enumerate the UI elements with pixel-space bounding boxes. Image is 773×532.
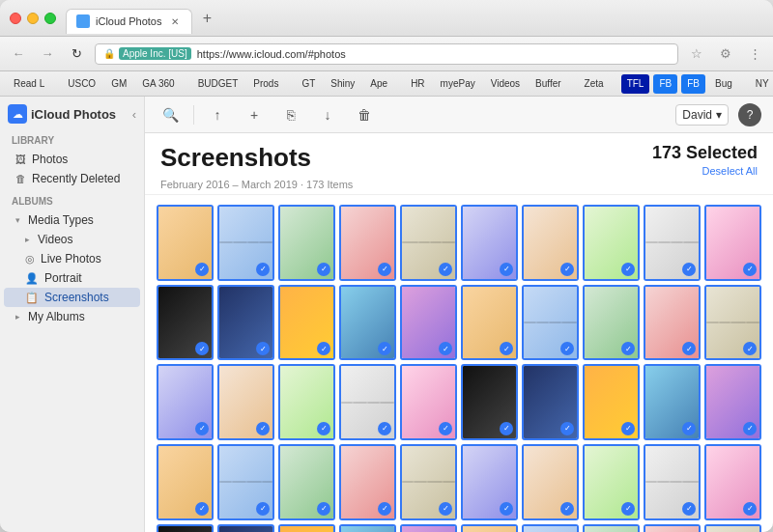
photo-thumb[interactable]: ✓ — [522, 444, 579, 520]
bookmark-videos[interactable]: Videos — [485, 74, 526, 94]
photo-thumb[interactable]: ✓ — [339, 524, 396, 532]
photo-thumb[interactable]: ✓ — [400, 364, 457, 440]
download-icon[interactable]: ↓ — [314, 101, 341, 128]
photo-thumb[interactable]: ✓ — [583, 205, 640, 281]
bookmark-bug[interactable]: Bug — [709, 74, 738, 94]
photo-thumb[interactable]: ✓ — [522, 285, 579, 361]
photo-thumb[interactable]: ✓ — [400, 205, 457, 281]
bookmark-gm[interactable]: GM — [105, 74, 132, 94]
forward-button[interactable]: → — [37, 43, 58, 65]
sidebar-item-media-types[interactable]: ▾ Media Types — [4, 210, 140, 230]
photo-thumb[interactable]: ✓ — [278, 205, 335, 281]
photo-thumb[interactable]: ✓ — [461, 364, 518, 440]
photo-thumb[interactable]: ✓ — [217, 205, 274, 281]
photo-thumb[interactable]: ✓ — [644, 444, 701, 520]
bookmark-budget[interactable]: BUDGET — [192, 74, 244, 94]
photo-thumb[interactable]: ✓ — [157, 444, 214, 520]
photo-thumb[interactable]: ✓ — [644, 205, 701, 281]
photo-thumb[interactable]: ✓ — [704, 524, 761, 532]
photo-thumb[interactable]: ✓ — [217, 285, 274, 361]
new-tab-button[interactable]: + — [196, 7, 219, 30]
photo-thumb[interactable]: ✓ — [583, 444, 640, 520]
photo-thumb[interactable]: ✓ — [461, 444, 518, 520]
minimize-button[interactable] — [27, 13, 39, 24]
maximize-button[interactable] — [44, 13, 56, 24]
photo-thumb[interactable]: ✓ — [400, 444, 457, 520]
bookmark-fb2[interactable]: FB — [681, 74, 705, 94]
copy-icon[interactable]: ⎘ — [277, 101, 304, 128]
photo-thumb[interactable]: ✓ — [522, 364, 579, 440]
photo-thumb[interactable]: ✓ — [157, 205, 214, 281]
photo-thumb[interactable]: ✓ — [157, 364, 214, 440]
bookmark-gt[interactable]: GT — [296, 74, 321, 94]
photo-thumb[interactable]: ✓ — [339, 205, 396, 281]
bookmark-fb[interactable]: FB — [653, 74, 677, 94]
bookmark-readl[interactable]: Read L — [8, 74, 50, 94]
photo-thumb[interactable]: ✓ — [522, 524, 579, 532]
sidebar-item-my-albums[interactable]: ▸ My Albums — [4, 307, 140, 326]
photo-thumb[interactable]: ✓ — [704, 364, 761, 440]
bookmark-tfl[interactable]: TFL — [621, 74, 650, 94]
photo-thumb[interactable]: ✓ — [644, 285, 701, 361]
photo-thumb[interactable]: ✓ — [400, 524, 457, 532]
add-icon[interactable]: + — [241, 101, 268, 128]
photo-thumb[interactable]: ✓ — [339, 285, 396, 361]
photo-thumb[interactable]: ✓ — [278, 444, 335, 520]
photo-thumb[interactable]: ✓ — [644, 524, 701, 532]
menu-icon[interactable]: ⋮ — [744, 43, 765, 65]
sidebar-toggle[interactable]: ‹ — [132, 107, 136, 122]
photo-thumb[interactable]: ✓ — [339, 444, 396, 520]
photo-thumb[interactable]: ✓ — [278, 285, 335, 361]
bookmark-usco[interactable]: USCO — [62, 74, 101, 94]
photo-thumb[interactable]: ✓ — [644, 364, 701, 440]
sidebar-item-recently-deleted[interactable]: 🗑 Recently Deleted — [4, 169, 140, 188]
upload-icon[interactable]: ↑ — [204, 101, 231, 128]
refresh-button[interactable]: ↻ — [66, 43, 87, 65]
delete-icon[interactable]: 🗑 — [351, 101, 378, 128]
photo-thumb[interactable]: ✓ — [278, 524, 335, 532]
extensions-icon[interactable]: ⚙ — [715, 43, 736, 65]
bookmark-buffer[interactable]: Buffer — [530, 74, 567, 94]
photo-thumb[interactable]: ✓ — [157, 285, 214, 361]
photo-thumb[interactable]: ✓ — [400, 285, 457, 361]
sidebar-item-screenshots[interactable]: 📋 Screenshots — [4, 288, 140, 307]
bookmark-zeta[interactable]: Zeta — [579, 74, 610, 94]
photo-thumb[interactable]: ✓ — [339, 364, 396, 440]
address-bar[interactable]: 🔒 Apple Inc. [US] https://www.icloud.com… — [95, 43, 678, 65]
user-menu-button[interactable]: David ▾ — [675, 104, 729, 126]
sidebar-item-portrait[interactable]: 👤 Portrait — [4, 268, 140, 288]
bookmark-shiny[interactable]: Shiny — [325, 74, 360, 94]
deselect-all-button[interactable]: Deselect All — [702, 165, 758, 177]
bookmark-ny[interactable]: NY — [750, 74, 773, 94]
bookmark-myepay[interactable]: myePay — [435, 74, 481, 94]
photo-thumb[interactable]: ✓ — [217, 444, 274, 520]
photo-thumb[interactable]: ✓ — [704, 444, 761, 520]
photo-thumb[interactable]: ✓ — [461, 205, 518, 281]
photo-thumb[interactable]: ✓ — [217, 524, 274, 532]
active-tab[interactable]: iCloud Photos ✕ — [66, 9, 192, 34]
photo-thumb[interactable]: ✓ — [583, 364, 640, 440]
search-icon[interactable]: 🔍 — [157, 101, 184, 128]
sidebar-item-live-photos[interactable]: ◎ Live Photos — [4, 249, 140, 268]
bookmark-prods[interactable]: Prods — [247, 74, 284, 94]
photo-thumb[interactable]: ✓ — [157, 524, 214, 532]
photo-thumb[interactable]: ✓ — [278, 364, 335, 440]
bookmark-hr[interactable]: HR — [405, 74, 430, 94]
bookmark-ga360[interactable]: GA 360 — [136, 74, 180, 94]
photo-thumb[interactable]: ✓ — [217, 364, 274, 440]
photo-thumb[interactable]: ✓ — [522, 205, 579, 281]
sidebar-item-videos[interactable]: ▸ Videos — [4, 230, 140, 249]
bookmark-ape[interactable]: Ape — [364, 74, 393, 94]
photo-grid-container[interactable]: ✓✓✓✓✓✓✓✓✓✓✓✓✓✓✓✓✓✓✓✓✓✓✓✓✓✓✓✓✓✓✓✓✓✓✓✓✓✓✓✓… — [145, 195, 773, 532]
photo-thumb[interactable]: ✓ — [583, 285, 640, 361]
photo-thumb[interactable]: ✓ — [704, 285, 761, 361]
photo-thumb[interactable]: ✓ — [461, 285, 518, 361]
photo-thumb[interactable]: ✓ — [583, 524, 640, 532]
sidebar-item-photos[interactable]: 🖼 Photos — [4, 150, 140, 169]
help-icon[interactable]: ? — [738, 103, 761, 126]
close-button[interactable] — [10, 13, 21, 24]
photo-thumb[interactable]: ✓ — [704, 205, 761, 281]
back-button[interactable]: ← — [8, 43, 29, 65]
tab-close-icon[interactable]: ✕ — [168, 14, 182, 28]
photo-thumb[interactable]: ✓ — [461, 524, 518, 532]
